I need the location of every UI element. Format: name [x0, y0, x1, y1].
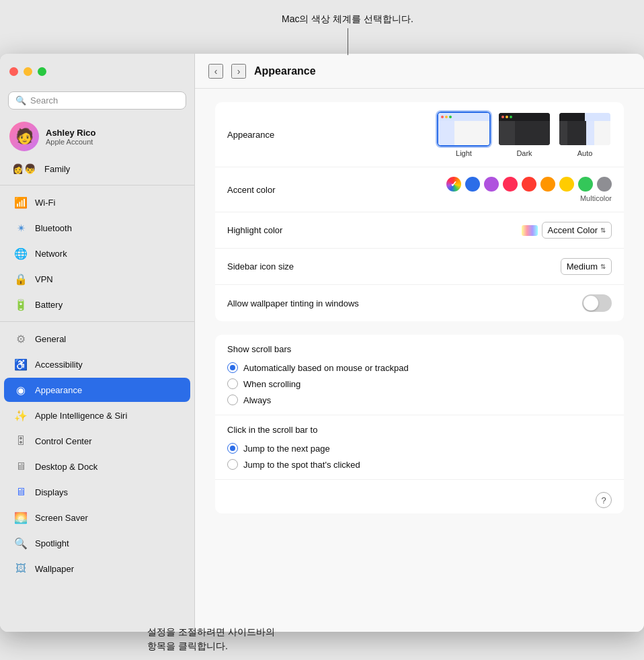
sidebar-item-vpn[interactable]: 🔒 VPN [4, 267, 190, 291]
sidebar-item-accessibility[interactable]: ♿ Accessibility [4, 352, 190, 376]
thumb-auto-preview [559, 113, 610, 147]
appearance-picker: Light [370, 112, 612, 157]
scroll-auto-radio[interactable] [227, 362, 238, 373]
search-bar[interactable]: 🔍 Search [8, 91, 186, 110]
thumb-dark-dot-red [501, 116, 504, 118]
thumb-menubar [438, 113, 489, 121]
scroll-click-next-label: Jump to the next page [243, 444, 330, 454]
thumb-sidebar [438, 121, 454, 147]
sidebar-item-displays[interactable]: 🖥 Displays [4, 480, 190, 504]
color-swatch-red[interactable] [522, 177, 536, 192]
thumb-light-preview [438, 113, 489, 147]
sidebar-item-spotlight[interactable]: 🔍 Spotlight [4, 531, 190, 555]
appearance-row-label: Appearance [227, 130, 362, 140]
sidebar-icon-size-dropdown[interactable]: Medium ⇅ [561, 258, 612, 275]
appearance-option-auto[interactable]: Auto [558, 112, 612, 157]
sidebar-item-wallpaper[interactable]: 🖼 Wallpaper [4, 556, 190, 581]
sidebar-label-network: Network [35, 249, 67, 259]
highlight-preview [522, 225, 538, 236]
color-swatch-pink[interactable] [503, 177, 518, 192]
scroll-click-row: Click in the scroll bar to Jump to the n… [215, 415, 624, 480]
multicolor-label: Multicolor [580, 194, 612, 202]
scroll-scrolling-label: When scrolling [243, 379, 300, 389]
color-swatches [446, 177, 612, 192]
sidebar-item-network[interactable]: 🌐 Network [4, 241, 190, 265]
thumb-body [438, 121, 489, 147]
color-swatch-green[interactable] [578, 177, 593, 192]
user-profile[interactable]: 🧑 Ashley Rico Apple Account [0, 116, 194, 157]
highlight-value: Accent Color [548, 225, 598, 235]
sidebar-label-siri: Apple Intelligence & Siri [35, 411, 127, 421]
sidebar-icon-size-value: Medium [567, 261, 598, 272]
scroll-click-spot-radio[interactable] [227, 459, 238, 470]
highlight-color-label: Highlight color [227, 225, 362, 235]
scroll-always-radio[interactable] [227, 395, 238, 405]
toggle-knob [583, 296, 598, 311]
wallpaper-tinting-toggle[interactable] [582, 294, 612, 312]
back-button[interactable]: ‹ [208, 64, 223, 79]
wallpaper-icon: 🖼 [13, 561, 28, 576]
scroll-always-option[interactable]: Always [227, 395, 409, 405]
color-swatch-blue[interactable] [465, 177, 480, 192]
appearance-option-light[interactable]: Light [437, 112, 491, 157]
scroll-always-label: Always [243, 395, 271, 405]
displays-icon: 🖥 [13, 485, 28, 499]
highlight-dropdown[interactable]: Accent Color ⇅ [542, 222, 612, 239]
sidebar-item-battery[interactable]: 🔋 Battery [4, 292, 190, 317]
search-input[interactable]: Search [30, 95, 58, 106]
sidebar-item-screensaver[interactable]: 🌅 Screen Saver [4, 505, 190, 530]
minimize-button[interactable] [24, 67, 32, 76]
appearance-icon: ◉ [13, 382, 28, 397]
sidebar-item-controlcenter[interactable]: 🎛 Control Center [4, 429, 190, 453]
thumb-dark-preview [499, 113, 550, 147]
thumb-dark-dot-yellow [506, 116, 508, 118]
sidebar-item-appearance[interactable]: ◉ Appearance [4, 378, 190, 402]
scroll-bars-title: Show scroll bars [227, 344, 409, 354]
accessibility-icon: ♿ [13, 357, 28, 372]
color-swatch-graphite[interactable] [597, 177, 612, 192]
scroll-click-spot-option[interactable]: Jump to the spot that's clicked [227, 459, 360, 470]
scroll-click-next-radio[interactable] [227, 443, 238, 454]
siri-icon: ✨ [13, 408, 28, 423]
controlcenter-icon: 🎛 [13, 434, 28, 448]
color-swatch-yellow[interactable] [559, 177, 574, 192]
scroll-bars-row: Show scroll bars Automatically based on … [215, 335, 624, 415]
sidebar-label-general: General [35, 334, 66, 344]
sidebar-item-wifi[interactable]: 📶 Wi-Fi [4, 190, 190, 214]
help-button[interactable]: ? [596, 492, 612, 508]
user-name: Ashley Rico [46, 128, 95, 138]
thumb-dot-red [441, 116, 444, 118]
close-button[interactable] [9, 67, 18, 76]
color-swatch-purple[interactable] [484, 177, 499, 192]
color-swatch-multicolor[interactable] [446, 177, 461, 192]
page-title: Appearance [254, 65, 316, 77]
tooltip-bottom: 설정을 조절하려면 사이드바의항목을 클릭합니다. [147, 625, 275, 653]
scroll-scrolling-radio[interactable] [227, 378, 238, 389]
sidebar-item-general[interactable]: ⚙ General [4, 327, 190, 351]
sidebar-item-desktop[interactable]: 🖥 Desktop & Dock [4, 454, 190, 479]
scroll-click-next-option[interactable]: Jump to the next page [227, 443, 360, 454]
sidebar-label-battery: Battery [35, 300, 63, 310]
scroll-scrolling-option[interactable]: When scrolling [227, 378, 409, 389]
accent-colors: Multicolor [446, 177, 612, 202]
appearance-label-auto: Auto [577, 149, 593, 157]
maximize-button[interactable] [38, 67, 46, 76]
sidebar-label-accessibility: Accessibility [35, 360, 83, 370]
search-icon: 🔍 [15, 95, 26, 106]
color-swatch-orange[interactable] [540, 177, 555, 192]
appearance-options: Light [437, 112, 612, 157]
bluetooth-icon: ✴ [13, 220, 28, 235]
sidebar-label-wifi: Wi-Fi [35, 198, 55, 208]
sidebar-item-bluetooth[interactable]: ✴ Bluetooth [4, 216, 190, 240]
scroll-bars-radio-group: Show scroll bars Automatically based on … [227, 344, 409, 405]
accent-color-label: Accent color [227, 185, 362, 195]
main-body: Appearance [195, 89, 644, 632]
sidebar-icon-size-control: Medium ⇅ [370, 258, 612, 275]
sidebar-item-siri[interactable]: ✨ Apple Intelligence & Siri [4, 403, 190, 427]
scroll-auto-option[interactable]: Automatically based on mouse or trackpad [227, 362, 409, 373]
forward-button[interactable]: › [231, 64, 246, 79]
sidebar-item-family[interactable]: 👩 👦 Family [0, 157, 194, 181]
chevron-updown-icon-2: ⇅ [600, 263, 606, 270]
avatar: 🧑 [9, 122, 39, 151]
appearance-option-dark[interactable]: Dark [497, 112, 551, 157]
